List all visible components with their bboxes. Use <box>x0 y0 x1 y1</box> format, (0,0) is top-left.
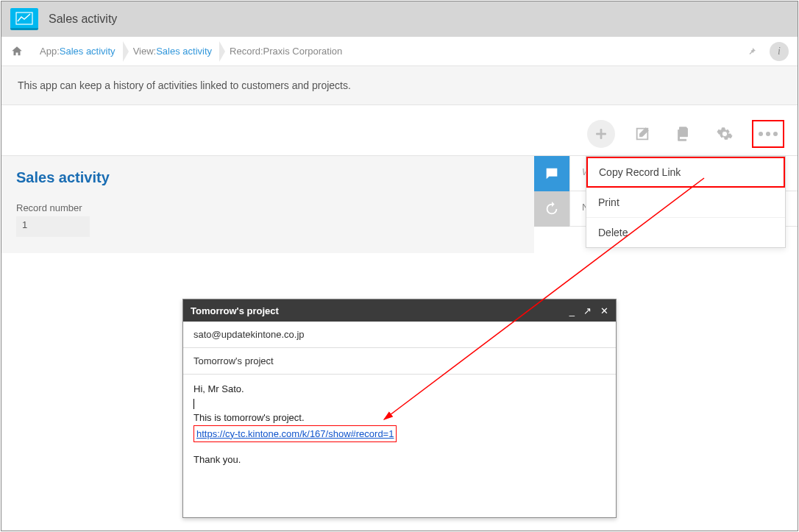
settings-button[interactable] <box>711 120 739 148</box>
email-window-title: Tomorrow's project <box>191 305 279 316</box>
record-details: Sales activity Record number 1 <box>1 156 534 253</box>
pin-icon[interactable] <box>747 47 756 56</box>
duplicate-record-button[interactable] <box>670 120 697 148</box>
email-closing: Thank you. <box>193 453 606 467</box>
breadcrumb-app-prefix: App: <box>40 46 60 57</box>
comments-tab[interactable] <box>534 156 569 191</box>
record-toolbar <box>1 105 798 155</box>
home-icon[interactable] <box>10 45 24 58</box>
breadcrumb-view-prefix: View: <box>133 46 157 57</box>
app-title: Sales activity <box>49 13 117 26</box>
record-number-value: 1 <box>16 216 90 237</box>
email-body[interactable]: Hi, Mr Sato. This is tomorrow's project.… <box>183 375 616 475</box>
menu-copy-record-link[interactable]: Copy Record Link <box>586 157 785 188</box>
breadcrumb-app[interactable]: App: Sales activity <box>31 41 124 62</box>
options-menu: Copy Record Link Print Delete <box>586 156 786 248</box>
text-cursor <box>193 399 194 409</box>
pasted-record-link[interactable]: https://cy-tc.kintone.com/k/167/show#rec… <box>193 425 397 443</box>
email-greeting: Hi, Mr Sato. <box>193 382 606 397</box>
email-to-field[interactable]: sato@updatekintone.co.jp <box>183 322 616 348</box>
app-icon <box>10 8 38 30</box>
side-tabs <box>534 156 569 227</box>
email-titlebar[interactable]: Tomorrow's project _ ↗ ✕ <box>183 299 616 322</box>
menu-delete[interactable]: Delete <box>586 218 785 247</box>
email-compose-window: Tomorrow's project _ ↗ ✕ sato@updatekint… <box>182 299 617 518</box>
expand-icon[interactable]: ↗ <box>583 305 592 316</box>
breadcrumb-view[interactable]: View: Sales activity <box>124 41 221 62</box>
record-number-label: Record number <box>16 202 519 213</box>
minimize-icon[interactable]: _ <box>569 305 575 316</box>
breadcrumb-record-name: Praxis Corporation <box>263 46 343 57</box>
edit-record-button[interactable] <box>628 120 656 148</box>
app-description: This app can keep a history of activitie… <box>1 66 798 105</box>
ellipsis-icon <box>759 132 778 136</box>
more-options-button[interactable] <box>752 120 784 148</box>
record-heading: Sales activity <box>16 169 519 186</box>
breadcrumb-app-link[interactable]: Sales activity <box>60 46 116 57</box>
close-icon[interactable]: ✕ <box>600 305 608 316</box>
history-tab[interactable] <box>534 191 569 227</box>
breadcrumb-record-prefix: Record: <box>230 46 263 57</box>
app-header: Sales activity <box>1 1 798 37</box>
breadcrumb-view-link[interactable]: Sales activity <box>156 46 212 57</box>
info-icon[interactable]: i <box>770 42 789 61</box>
menu-print[interactable]: Print <box>586 188 785 218</box>
add-record-button[interactable] <box>587 120 615 148</box>
email-subject-field[interactable]: Tomorrow's project <box>183 348 616 375</box>
email-body-line: This is tomorrow's project. <box>193 411 606 425</box>
breadcrumb: App: Sales activity View: Sales activity… <box>1 37 798 66</box>
breadcrumb-record: Record: Praxis Corporation <box>221 41 351 62</box>
